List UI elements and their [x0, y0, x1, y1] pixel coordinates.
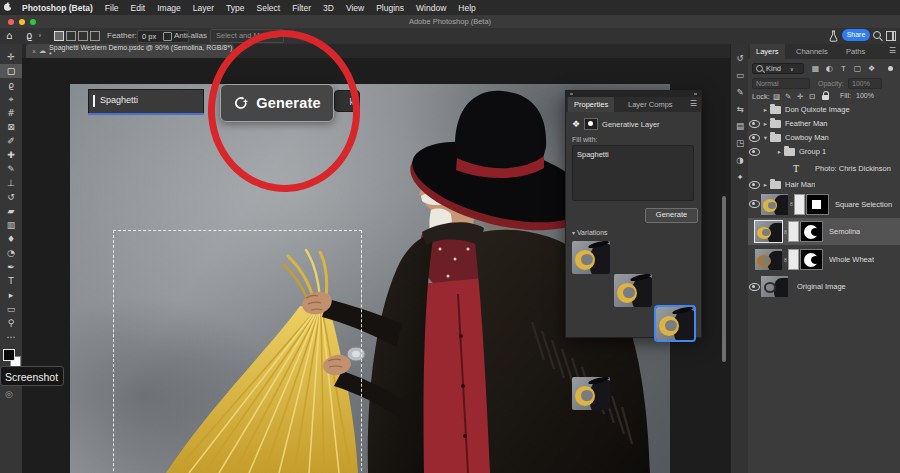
menu-item[interactable]: Photoshop (Beta)	[16, 3, 99, 13]
menu-item[interactable]: Image	[151, 3, 187, 13]
anti-alias-checkbox[interactable]	[163, 32, 172, 41]
tab-properties[interactable]: Properties	[568, 97, 614, 112]
layer-mask-thumbnail[interactable]	[806, 194, 829, 215]
dock-panel-icon[interactable]: ↺	[731, 50, 749, 67]
variation-thumbnail-4[interactable]	[572, 377, 610, 410]
add-selection-mode-button[interactable]	[66, 31, 76, 41]
opacity-select[interactable]: 100%	[848, 78, 882, 89]
dock-panel-icon[interactable]: ◑	[731, 152, 749, 169]
tool-button[interactable]: ▸	[0, 288, 22, 302]
variation-thumbnail-1[interactable]	[572, 241, 610, 274]
home-icon[interactable]: ⌂	[6, 30, 12, 41]
menu-item[interactable]: Layer	[187, 3, 220, 13]
tool-button[interactable]: T	[0, 274, 22, 288]
menu-item[interactable]: Window	[410, 3, 452, 13]
tool-button[interactable]: ▰	[0, 204, 22, 218]
visibility-toggle[interactable]	[748, 200, 761, 208]
layer-row-original-image[interactable]: Original Image	[748, 274, 900, 299]
variation-thumbnail-3-selected[interactable]	[656, 307, 694, 340]
panel-generate-button[interactable]: Generate	[645, 208, 698, 223]
layer-row-semolina[interactable]: 8 Semolina	[748, 218, 900, 245]
tool-button[interactable]: ⌖	[0, 92, 22, 106]
visibility-toggle[interactable]	[748, 181, 761, 189]
selection-marquee[interactable]	[113, 230, 362, 473]
lock-artboard-icon[interactable]: ⊡	[809, 92, 815, 101]
tab-paths[interactable]: Paths	[840, 44, 871, 59]
tab-channels[interactable]: Channels	[790, 44, 834, 59]
menu-item[interactable]: 3D	[317, 3, 340, 13]
tool-button[interactable]: ✛	[0, 50, 22, 64]
foreground-color-swatch[interactable]	[3, 349, 15, 361]
tool-button[interactable]: ✚	[0, 148, 22, 162]
layer-row-cowboy-man[interactable]: ▾ Cowboy Man	[748, 131, 900, 144]
prompt-textarea[interactable]: Spaghetti	[572, 145, 694, 201]
lock-position-icon[interactable]: ✛	[797, 92, 803, 101]
lock-all-icon[interactable]	[822, 95, 829, 100]
dock-panel-icon[interactable]: ▤	[731, 118, 749, 135]
generative-thumbnail[interactable]	[788, 249, 799, 270]
dock-panel-icon[interactable]: ✦	[731, 169, 749, 186]
blend-mode-select[interactable]: Normal	[752, 78, 810, 89]
menu-item[interactable]: Filter	[286, 3, 317, 13]
share-button[interactable]: Share	[842, 29, 870, 41]
lock-pixels-icon[interactable]: ✎	[785, 92, 791, 101]
subtract-selection-mode-button[interactable]	[78, 31, 88, 41]
new-selection-mode-button[interactable]	[54, 31, 64, 41]
beta-flask-icon[interactable]	[829, 30, 838, 44]
layer-thumbnail[interactable]	[755, 249, 782, 270]
layer-row-whole-wheat[interactable]: 8 Whole Wheat	[748, 246, 900, 273]
tool-button[interactable]: ▢	[0, 64, 22, 78]
layer-row-photo-credit[interactable]: T Photo: Chris Dickinson	[748, 158, 900, 178]
filter-smart-objects-icon[interactable]: ❖	[866, 63, 877, 74]
filter-shape-layers-icon[interactable]: ▢	[852, 63, 863, 74]
layer-row-don-quixote[interactable]: ▸ Don Quixote Image	[748, 103, 900, 116]
tool-button[interactable]: ✎	[0, 162, 22, 176]
lasso-tool-icon[interactable]: ϱ	[26, 30, 32, 41]
visibility-toggle[interactable]	[748, 120, 761, 128]
layers-menu-icon[interactable]: ☰	[889, 46, 896, 55]
tool-button[interactable]: ✐	[0, 134, 22, 148]
menu-item[interactable]: File	[99, 3, 125, 13]
visibility-toggle[interactable]	[748, 283, 761, 291]
tool-button[interactable]: ◔	[0, 246, 22, 260]
menu-item[interactable]: View	[340, 3, 370, 13]
chevron-right-icon[interactable]: ▸	[761, 120, 770, 128]
tab-layer-comps[interactable]: Layer Comps	[622, 97, 679, 112]
menu-item[interactable]: Plugins	[370, 3, 410, 13]
visibility-toggle[interactable]	[748, 148, 761, 156]
layer-mask-thumbnail[interactable]	[800, 221, 823, 242]
dock-panel-icon[interactable]: ✎	[731, 84, 749, 101]
panel-menu-icon[interactable]: ☰	[690, 99, 697, 108]
layer-row-feather-man[interactable]: ▸ Feather Man	[748, 117, 900, 130]
menu-item[interactable]: Edit	[125, 3, 152, 13]
chevron-down-icon[interactable]: ▾	[761, 134, 770, 142]
layer-thumbnail[interactable]	[755, 221, 782, 242]
menu-item[interactable]: Select	[251, 3, 287, 13]
tool-button[interactable]: ⚲	[0, 316, 22, 330]
chevron-right-icon[interactable]: ▸	[761, 181, 770, 189]
tool-preset-chevron-icon[interactable]: ∨	[38, 32, 42, 38]
generative-thumbnail[interactable]	[788, 221, 799, 242]
tool-button[interactable]: ▭	[0, 302, 22, 316]
intersect-selection-mode-button[interactable]	[90, 31, 100, 41]
tool-button[interactable]: ↺	[0, 190, 22, 204]
tool-button[interactable]: ▥	[0, 218, 22, 232]
close-tab-icon[interactable]: ×	[26, 48, 39, 55]
filter-toggle[interactable]	[888, 66, 893, 71]
fill-value[interactable]: 100%	[856, 92, 874, 99]
color-swatches[interactable]	[3, 349, 21, 367]
workspace-icon[interactable]	[886, 31, 896, 41]
variations-header[interactable]: ▾ Variations	[572, 229, 608, 236]
layer-row-hair-man[interactable]: ▸ Hair Man	[748, 178, 900, 191]
filter-pixel-layers-icon[interactable]: ▦	[810, 63, 821, 74]
layer-row-group-1[interactable]: ▸ Group 1	[748, 145, 900, 158]
tool-button[interactable]: ⋯	[0, 330, 22, 344]
canvas-scrollbar[interactable]	[722, 196, 726, 362]
search-icon[interactable]	[873, 31, 881, 39]
dock-panel-icon[interactable]: ◳	[731, 135, 749, 152]
tab-layers[interactable]: Layers	[750, 44, 785, 59]
filter-adjustment-layers-icon[interactable]: ◐	[824, 63, 835, 74]
menu-item[interactable]: Type	[220, 3, 250, 13]
tool-button[interactable]: ϱ	[0, 78, 22, 92]
layer-thumbnail[interactable]	[761, 276, 788, 297]
